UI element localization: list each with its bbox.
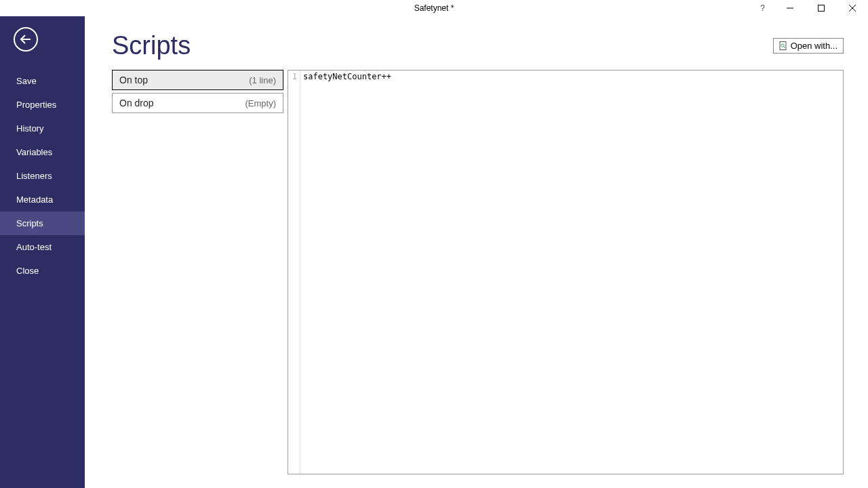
sidebar-item-scripts[interactable]: Scripts bbox=[0, 211, 85, 235]
help-button[interactable]: ? bbox=[751, 3, 774, 13]
sidebar-item-variables[interactable]: Variables bbox=[0, 140, 85, 164]
line-gutter: 1 bbox=[288, 70, 300, 474]
script-item-on-drop[interactable]: On drop (Empty) bbox=[112, 93, 283, 113]
sidebar: Save Properties History Variables Listen… bbox=[0, 16, 85, 488]
sidebar-item-auto-test[interactable]: Auto-test bbox=[0, 235, 85, 259]
sidebar-item-history[interactable]: History bbox=[0, 117, 85, 140]
minimize-icon bbox=[787, 5, 793, 12]
script-info: (Empty) bbox=[245, 98, 277, 108]
sidebar-item-close[interactable]: Close bbox=[0, 259, 85, 283]
window-controls: ? bbox=[751, 0, 868, 16]
open-with-button[interactable]: Open with... bbox=[773, 38, 844, 54]
page-title: Scripts bbox=[112, 31, 191, 60]
script-item-on-top[interactable]: On top (1 line) bbox=[112, 70, 283, 90]
open-with-label: Open with... bbox=[791, 41, 837, 51]
sidebar-item-properties[interactable]: Properties bbox=[0, 93, 85, 117]
content-row: On top (1 line) On drop (Empty) 1 safety… bbox=[112, 70, 844, 474]
back-button[interactable] bbox=[14, 27, 38, 52]
sidebar-item-metadata[interactable]: Metadata bbox=[0, 188, 85, 211]
maximize-icon bbox=[818, 5, 825, 12]
code-area[interactable]: safetyNetCounter++ bbox=[300, 70, 843, 474]
close-window-button[interactable] bbox=[837, 0, 868, 16]
line-number: 1 bbox=[288, 72, 297, 81]
main-content: Scripts Open with... On top (1 line) bbox=[85, 16, 868, 488]
back-arrow-icon bbox=[20, 35, 32, 44]
sidebar-item-listeners[interactable]: Listeners bbox=[0, 164, 85, 188]
script-info: (1 line) bbox=[249, 75, 276, 85]
window-title: Safetynet * bbox=[414, 3, 454, 13]
maximize-button[interactable] bbox=[806, 0, 837, 16]
minimize-button[interactable] bbox=[774, 0, 806, 16]
close-icon bbox=[849, 5, 856, 12]
sidebar-item-save[interactable]: Save bbox=[0, 69, 85, 93]
page-header: Scripts Open with... bbox=[112, 31, 844, 60]
code-editor[interactable]: 1 safetyNetCounter++ bbox=[288, 70, 844, 474]
svg-rect-1 bbox=[818, 5, 825, 12]
script-name: On top bbox=[119, 75, 148, 85]
script-name: On drop bbox=[119, 98, 154, 108]
document-search-icon bbox=[779, 41, 787, 51]
script-list: On top (1 line) On drop (Empty) bbox=[112, 70, 283, 474]
titlebar: Safetynet * ? bbox=[0, 0, 868, 16]
